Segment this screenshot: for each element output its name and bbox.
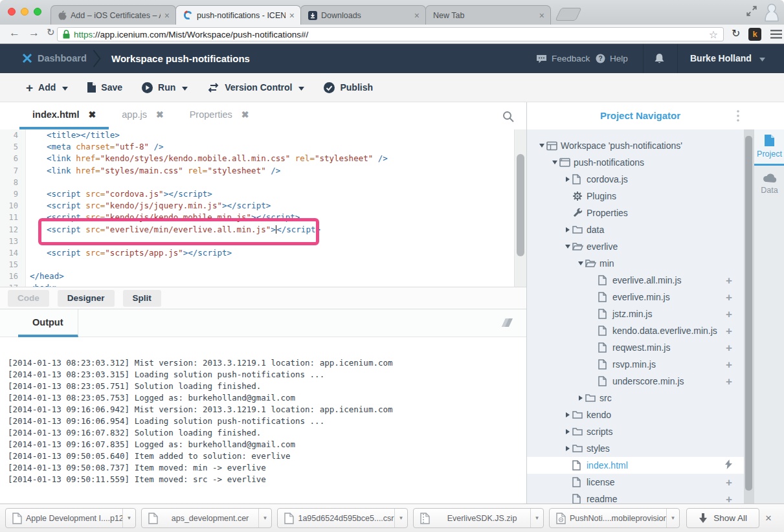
collapse-icon[interactable] xyxy=(563,245,572,249)
search-icon[interactable] xyxy=(502,111,514,125)
expand-icon[interactable] xyxy=(563,412,572,417)
close-downloads-bar-icon[interactable]: × xyxy=(759,512,778,525)
zoom-window-button[interactable] xyxy=(34,8,41,16)
tab-close-icon[interactable]: × xyxy=(164,11,170,20)
reload-icon[interactable]: ↻ xyxy=(47,27,55,38)
breadcrumb-dashboard[interactable]: Dashboard xyxy=(38,53,87,63)
add-button[interactable]: + Add xyxy=(26,82,68,94)
expand-icon[interactable] xyxy=(563,429,572,434)
tree-item-cordova-js[interactable]: cordova.js xyxy=(527,171,744,188)
side-tab-data[interactable]: Data xyxy=(754,166,784,202)
code-line[interactable]: 14<script src="scripts/app.js"></script> xyxy=(0,247,526,259)
url-field[interactable]: https://app.icenium.com/Mist/Workspace/p… xyxy=(57,27,724,41)
code-line[interactable]: 8 xyxy=(0,177,526,188)
notifications-bell-icon[interactable] xyxy=(654,52,665,67)
tree-item-plugins[interactable]: Plugins xyxy=(527,188,744,205)
version-control-button[interactable]: Version Control xyxy=(207,82,304,93)
tree-scrollbar[interactable] xyxy=(744,129,754,504)
tree-item-everlive-all-min-js[interactable]: everlive.all.min.js+ xyxy=(527,272,744,289)
tab-close-icon[interactable]: ✖ xyxy=(241,109,249,120)
browser-menu-icon[interactable] xyxy=(770,30,782,41)
code-line[interactable]: 10<script src="kendo/js/jquery.min.js"><… xyxy=(0,200,526,212)
tree-item-readme[interactable]: readme+ xyxy=(527,491,744,504)
forward-icon[interactable]: → xyxy=(28,27,39,39)
fullscreen-icon[interactable] xyxy=(746,5,757,19)
help-button[interactable]: ? Help xyxy=(596,54,628,63)
download-item[interactable]: PushNoti....mobileprovision▼ xyxy=(549,508,680,528)
expand-icon[interactable] xyxy=(576,395,585,401)
new-tab-button[interactable] xyxy=(555,8,581,21)
feedback-button[interactable]: Feedback xyxy=(536,54,590,63)
extension-sync-icon[interactable]: ↻ xyxy=(732,27,740,39)
bookmark-star-icon[interactable]: ☆ xyxy=(709,28,718,41)
tree-item-rsvp-min-js[interactable]: rsvp.min.js+ xyxy=(527,356,744,373)
run-button[interactable]: Run xyxy=(142,82,188,93)
add-item-icon[interactable]: + xyxy=(726,376,732,387)
download-item[interactable]: EverliveSDK.JS.zip▼ xyxy=(413,508,544,528)
tree-item-everlive-min-js[interactable]: everlive.min.js+ xyxy=(527,289,744,305)
tab-close-icon[interactable]: × xyxy=(414,11,420,20)
tree-item-license[interactable]: license+ xyxy=(527,474,744,491)
tree-item-data[interactable]: data xyxy=(527,221,744,238)
editor-tab-app-js[interactable]: app.js✖ xyxy=(109,102,176,129)
extension-k-icon[interactable]: k xyxy=(748,28,761,41)
back-icon[interactable]: ← xyxy=(9,27,20,39)
user-menu[interactable]: Burke Holland xyxy=(690,53,765,63)
tree-item-properties[interactable]: Properties xyxy=(527,205,744,221)
tree-item-styles[interactable]: styles xyxy=(527,440,744,457)
download-item-menu-icon[interactable]: ▼ xyxy=(666,509,679,527)
collapse-icon[interactable] xyxy=(550,161,559,164)
code-line[interactable]: 9<script src="cordova.js"></script> xyxy=(0,188,526,200)
tree-item-src[interactable]: src xyxy=(527,390,744,406)
expand-icon[interactable] xyxy=(563,227,572,232)
close-window-button[interactable] xyxy=(8,8,16,16)
add-item-icon[interactable]: + xyxy=(726,326,732,337)
tree-item-index-html[interactable]: index.html xyxy=(527,457,744,474)
code-line[interactable]: 7<link href="styles/main.css" rel="style… xyxy=(0,165,526,177)
code-line[interactable]: 5<meta charset="utf-8" /> xyxy=(0,141,526,153)
add-item-icon[interactable]: + xyxy=(726,359,732,370)
editor-scrollbar[interactable] xyxy=(514,129,526,287)
download-item-menu-icon[interactable]: ▼ xyxy=(394,509,407,527)
code-line[interactable]: 15 xyxy=(0,259,526,271)
tree-item-jstz-min-js[interactable]: jstz.min.js+ xyxy=(527,305,744,322)
output-log[interactable]: [2014-01-13 08:23:03.312] Mist version: … xyxy=(0,337,526,504)
clear-output-icon[interactable] xyxy=(500,318,513,330)
add-item-icon[interactable]: + xyxy=(726,292,732,303)
save-button[interactable]: Save xyxy=(87,82,122,93)
download-item[interactable]: Apple Development I....p12▼ xyxy=(5,508,136,528)
expand-icon[interactable] xyxy=(563,177,572,182)
browser-tab[interactable]: push-notifications - ICENIU× xyxy=(175,5,301,25)
download-item[interactable]: aps_development.cer▼ xyxy=(141,508,272,528)
editor-tab-index-html[interactable]: index.html✖ xyxy=(19,102,109,129)
download-item[interactable]: 1a95d6524d595bce5....csr▼ xyxy=(277,508,408,528)
download-item-menu-icon[interactable]: ▼ xyxy=(530,509,543,527)
panel-menu-icon[interactable] xyxy=(737,110,739,124)
collapse-icon[interactable] xyxy=(576,261,585,265)
view-mode-designer-button[interactable]: Designer xyxy=(58,290,115,307)
publish-button[interactable]: Publish xyxy=(324,82,373,93)
code-line[interactable]: 4<title></title> xyxy=(0,129,526,141)
add-item-icon[interactable]: + xyxy=(726,477,732,488)
download-item-menu-icon[interactable]: ▼ xyxy=(122,509,135,527)
browser-tab[interactable]: Downloads× xyxy=(300,5,426,25)
tree-item-min[interactable]: min xyxy=(527,255,744,272)
code-line[interactable]: 6<link href="kendo/styles/kendo.mobile.a… xyxy=(0,153,526,164)
tab-close-icon[interactable]: ✖ xyxy=(156,109,164,120)
expand-icon[interactable] xyxy=(563,446,572,451)
tree-item-scripts[interactable]: scripts xyxy=(527,423,744,440)
tree-item-workspace-push-notifications-[interactable]: Workspace 'push-notifications' xyxy=(527,137,744,154)
tree-item-reqwest-min-js[interactable]: reqwest.min.js+ xyxy=(527,339,744,356)
tab-close-icon[interactable]: × xyxy=(289,11,295,20)
code-editor[interactable]: 4<title></title>5<meta charset="utf-8" /… xyxy=(0,129,526,287)
tree-item-push-notifications[interactable]: push-notifications xyxy=(527,154,744,171)
tab-close-icon[interactable]: × xyxy=(539,11,544,20)
tree-scrollbar-thumb[interactable] xyxy=(745,136,752,491)
tree-item-underscore-min-js[interactable]: underscore.min.js+ xyxy=(527,373,744,390)
minimize-window-button[interactable] xyxy=(21,8,28,16)
add-item-icon[interactable]: + xyxy=(726,309,732,320)
add-item-icon[interactable]: + xyxy=(726,275,732,286)
editor-scrollbar-thumb[interactable] xyxy=(517,154,524,256)
side-tab-project[interactable]: Project xyxy=(754,129,784,166)
view-mode-split-button[interactable]: Split xyxy=(123,290,161,307)
